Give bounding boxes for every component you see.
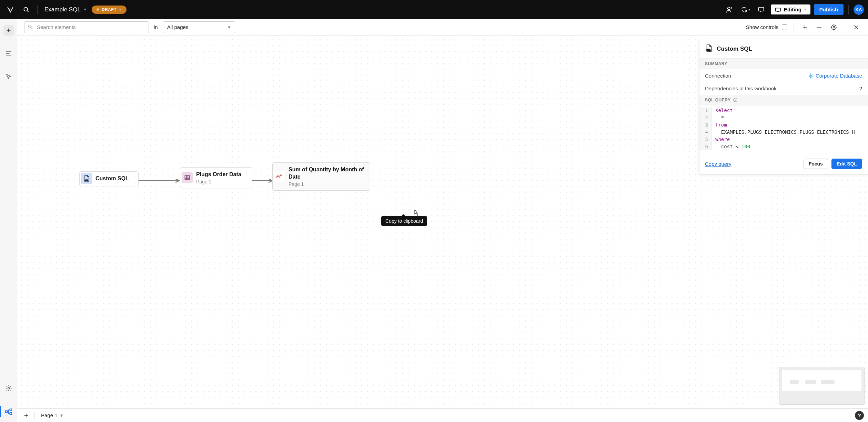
recenter-button[interactable] [829, 22, 839, 32]
left-rail [0, 19, 17, 422]
separator [845, 23, 845, 31]
tooltip-text: Copy to clipboard [385, 218, 423, 224]
user-avatar[interactable]: KA [854, 4, 864, 15]
page-tab[interactable]: Page 1 ▾ [38, 411, 66, 420]
close-panel-button[interactable] [851, 22, 861, 32]
chevron-down-icon: ▾ [228, 24, 231, 30]
svg-rect-3 [776, 8, 781, 11]
checkbox-icon[interactable] [782, 24, 787, 30]
show-controls-label: Show controls [746, 24, 778, 30]
document-title-text: Example SQL [44, 6, 81, 13]
focus-button[interactable]: Focus [804, 159, 828, 169]
svg-point-0 [24, 7, 28, 11]
chevron-down-icon: ▾ [60, 412, 63, 419]
zoom-in-button[interactable] [800, 22, 810, 32]
info-icon[interactable] [733, 98, 738, 102]
svg-text:SQL: SQL [706, 49, 711, 51]
svg-point-4 [8, 388, 9, 389]
draft-status-pill[interactable]: DRAFT ▾ [92, 6, 127, 14]
panel-title: Custom SQL [717, 46, 752, 52]
page-scope-value: All pages [167, 24, 189, 30]
refresh-icon[interactable]: ▾ [739, 3, 751, 16]
avatar-initials: KA [856, 7, 862, 12]
svg-rect-5 [5, 411, 7, 412]
chevron-down-icon: ▾ [748, 8, 750, 11]
node-title: Custom SQL [95, 175, 129, 182]
svg-point-10 [831, 25, 836, 29]
deps-value: 2 [859, 86, 862, 91]
summary-section-label: SUMMARY [699, 59, 868, 69]
deps-label: Dependencies in this workbook [705, 86, 777, 91]
table-icon [182, 172, 193, 183]
mode-label: Editing [784, 7, 801, 12]
sql-icon: SQL [81, 173, 92, 184]
chart-icon [274, 171, 285, 182]
svg-rect-6 [10, 409, 11, 411]
sql-code-block: 1select2 *3from4 EXAMPLES.PLUGS_ELECTRON… [699, 106, 868, 154]
svg-rect-14 [185, 175, 190, 180]
node-plugs-order-data[interactable]: Plugs Order Data Page 1 [180, 167, 252, 188]
editing-mode-button[interactable]: Editing ▾ [771, 4, 810, 14]
lineage-icon[interactable] [3, 406, 14, 417]
separator [794, 23, 794, 31]
search-elements-input[interactable] [24, 21, 149, 33]
comment-icon[interactable] [755, 3, 767, 16]
connection-link[interactable]: Corporate Database [808, 73, 862, 79]
cursor-icon[interactable] [3, 71, 14, 82]
svg-text:SQL: SQL [84, 179, 89, 181]
node-title: Plugs Order Data [196, 171, 241, 178]
publish-label: Publish [819, 7, 838, 12]
add-element-button[interactable] [3, 25, 14, 36]
logo-icon[interactable] [4, 3, 17, 16]
svg-point-8 [29, 25, 31, 28]
status-dot-icon [97, 8, 99, 11]
sql-section-label: SQL QUERY [699, 95, 868, 106]
canvas-toolbar: in All pages ▾ Show controls [17, 19, 868, 36]
separator [37, 5, 38, 14]
copy-query-link[interactable]: Copy query [705, 161, 731, 167]
node-subtitle: Page 1 [196, 179, 241, 184]
show-controls-toggle[interactable]: Show controls [746, 24, 787, 30]
mouse-cursor-icon [412, 209, 419, 218]
svg-point-9 [833, 26, 835, 28]
page-scope-select[interactable]: All pages ▾ [163, 21, 235, 33]
separator [34, 412, 35, 419]
node-subtitle: Page 1 [289, 181, 364, 187]
search-icon [28, 24, 33, 31]
top-bar: Example SQL ▾ DRAFT ▾ ▾ Editing ▾ Publis… [0, 0, 868, 19]
add-page-button[interactable] [21, 411, 31, 420]
chevron-down-icon: ▾ [119, 7, 122, 12]
node-sum-quantity[interactable]: Sum of Quantity by Month of Date Page 1 [272, 162, 370, 191]
edit-sql-button[interactable]: Edit SQL [831, 159, 862, 169]
search-icon[interactable] [20, 3, 32, 16]
svg-rect-7 [10, 413, 11, 414]
snowflake-icon [808, 73, 814, 79]
node-custom-sql[interactable]: SQL Custom SQL [79, 171, 139, 186]
minimap[interactable] [779, 367, 865, 405]
sql-label-text: SQL QUERY [705, 98, 731, 102]
settings-icon[interactable] [3, 383, 14, 394]
help-button[interactable]: ? [855, 411, 864, 420]
node-title: Sum of Quantity by Month of Date [289, 166, 364, 181]
search-wrap [24, 21, 149, 33]
lineage-canvas[interactable]: SQL Custom SQL Plugs Order Data Page 1 [17, 36, 868, 408]
separator [848, 5, 849, 14]
footer-bar: Page 1 ▾ ? [17, 408, 868, 422]
chevron-down-icon: ▾ [804, 7, 806, 12]
details-panel: SQL Custom SQL SUMMARY Connection Corpor… [699, 39, 868, 175]
publish-button[interactable]: Publish [814, 4, 844, 15]
in-label: in [154, 24, 158, 30]
svg-point-1 [728, 7, 730, 9]
add-user-icon[interactable] [723, 3, 736, 16]
format-icon[interactable] [3, 48, 14, 59]
connection-label: Connection [705, 73, 731, 79]
sql-file-icon: SQL [705, 44, 713, 53]
chevron-down-icon: ▾ [84, 7, 86, 12]
document-title[interactable]: Example SQL ▾ [42, 6, 88, 13]
page-tab-label: Page 1 [41, 412, 58, 418]
zoom-out-button[interactable] [815, 22, 824, 32]
draft-label: DRAFT [102, 7, 117, 12]
tooltip: Copy to clipboard [381, 216, 427, 226]
connection-value: Corporate Database [816, 73, 862, 79]
